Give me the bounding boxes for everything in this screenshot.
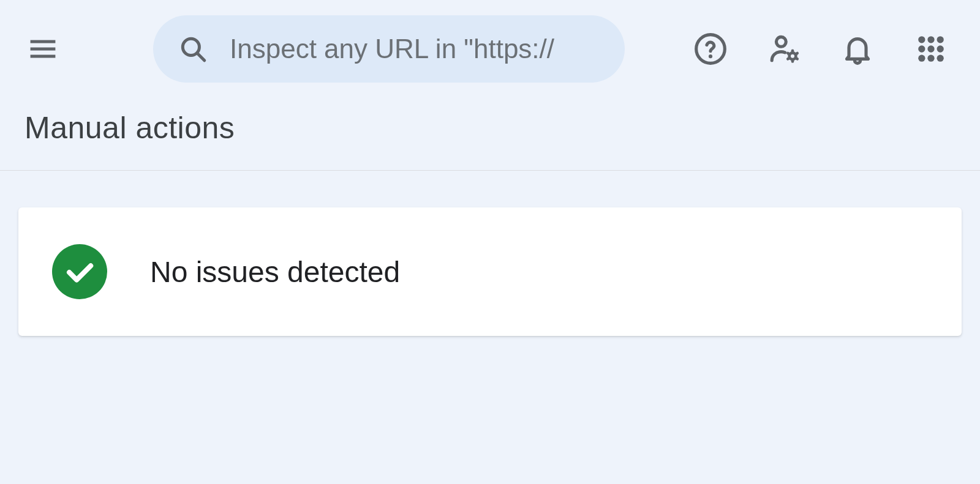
- header: [0, 0, 980, 98]
- svg-point-6: [927, 36, 934, 43]
- header-actions: [692, 31, 962, 67]
- svg-point-12: [927, 55, 934, 62]
- status-message: No issues detected: [150, 255, 400, 289]
- hamburger-icon: [28, 34, 58, 64]
- svg-point-5: [918, 36, 925, 43]
- search-input[interactable]: [230, 34, 600, 64]
- help-button[interactable]: [692, 31, 729, 67]
- page-title: Manual actions: [24, 110, 956, 146]
- menu-button[interactable]: [18, 24, 67, 73]
- svg-point-3: [776, 37, 786, 47]
- user-settings-button[interactable]: [766, 31, 802, 67]
- search-icon: [178, 34, 208, 64]
- svg-point-2: [709, 54, 712, 58]
- svg-point-13: [937, 55, 944, 62]
- svg-point-8: [918, 45, 925, 52]
- search-bar[interactable]: [153, 15, 625, 83]
- content: No issues detected: [0, 171, 980, 373]
- notifications-button[interactable]: [839, 31, 876, 67]
- user-settings-icon: [767, 32, 801, 66]
- status-card: No issues detected: [18, 207, 962, 336]
- svg-point-7: [937, 36, 944, 43]
- bell-icon: [840, 32, 875, 66]
- apps-grid-icon: [915, 33, 947, 65]
- help-icon: [693, 32, 728, 66]
- check-circle-icon: [52, 244, 107, 299]
- apps-button[interactable]: [913, 31, 949, 67]
- svg-point-11: [918, 55, 925, 62]
- svg-point-9: [927, 45, 934, 52]
- page-title-row: Manual actions: [0, 98, 980, 171]
- svg-point-10: [937, 45, 944, 52]
